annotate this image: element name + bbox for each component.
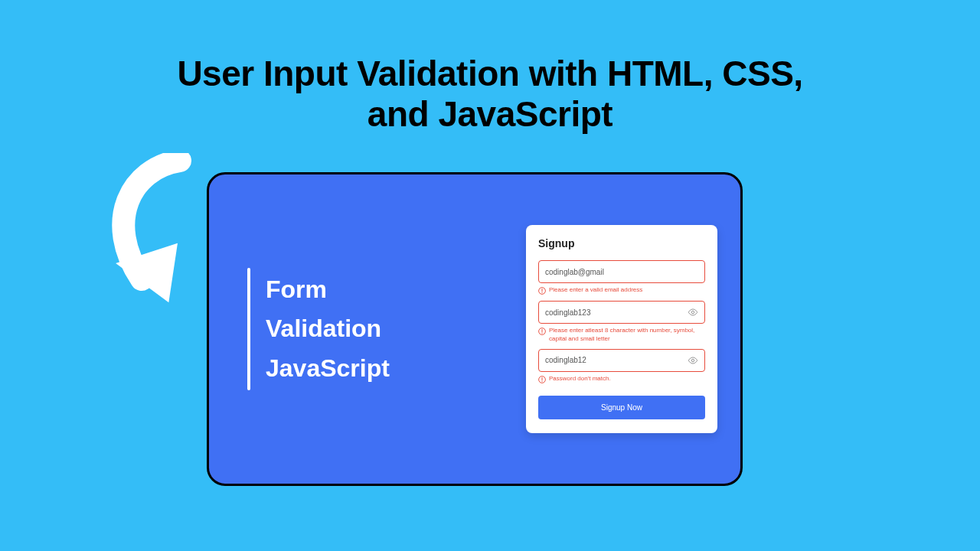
page-headline: User Input Validation with HTML, CSS, an… [165, 54, 815, 135]
eye-icon[interactable] [688, 355, 698, 366]
card-title-block: Form Validation JavaScript [266, 270, 390, 388]
email-error-text: Please enter a valid email address [549, 286, 642, 294]
password-input[interactable] [545, 308, 684, 317]
svg-point-6 [541, 333, 542, 334]
password-error-text: Please enter atleast 8 character with nu… [549, 327, 705, 343]
password-error-row: Please enter atleast 8 character with nu… [538, 327, 705, 343]
password-field-group: Please enter atleast 8 character with nu… [538, 301, 705, 343]
error-icon [538, 376, 546, 383]
error-icon [538, 328, 546, 335]
confirm-input-wrap [538, 349, 705, 372]
confirm-error-text: Password don't match. [549, 375, 611, 383]
email-error-row: Please enter a valid email address [538, 286, 705, 295]
svg-point-3 [691, 311, 694, 314]
vertical-divider [247, 268, 250, 390]
svg-point-10 [541, 380, 542, 381]
email-input[interactable] [545, 268, 698, 276]
signup-form: Signup Please enter a valid email addres… [526, 225, 717, 433]
password-input-wrap [538, 301, 705, 324]
email-input-wrap [538, 260, 705, 283]
svg-point-2 [541, 292, 542, 293]
confirm-field-group: Password don't match. [538, 349, 705, 383]
signup-button[interactable]: Signup Now [538, 396, 705, 419]
card-title-line: Validation [266, 309, 390, 348]
confirm-error-row: Password don't match. [538, 375, 705, 383]
card-title-line: JavaScript [266, 349, 390, 388]
email-field-group: Please enter a valid email address [538, 260, 705, 295]
form-title: Signup [538, 237, 705, 249]
error-icon [538, 287, 546, 295]
demo-card: Form Validation JavaScript Signup Please… [207, 172, 743, 486]
confirm-input[interactable] [545, 356, 684, 364]
card-title-line: Form [266, 270, 390, 309]
card-left-panel: Form Validation JavaScript [247, 268, 526, 390]
svg-point-7 [691, 359, 694, 362]
eye-icon[interactable] [688, 307, 698, 318]
